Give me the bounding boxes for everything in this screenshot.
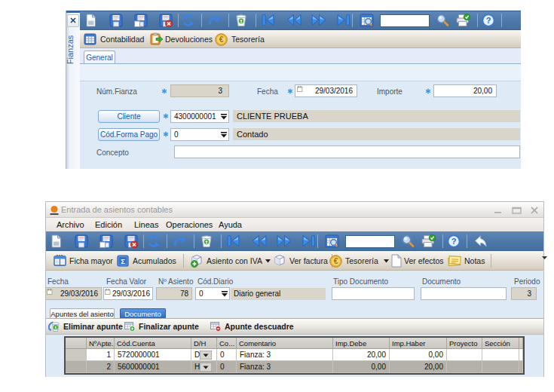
svg-text:Σ: Σ bbox=[121, 257, 125, 265]
svg-text:€: € bbox=[219, 35, 224, 44]
svg-text:?: ? bbox=[451, 237, 457, 246]
svg-text:€: € bbox=[334, 256, 338, 265]
svg-text:?: ? bbox=[486, 16, 491, 25]
